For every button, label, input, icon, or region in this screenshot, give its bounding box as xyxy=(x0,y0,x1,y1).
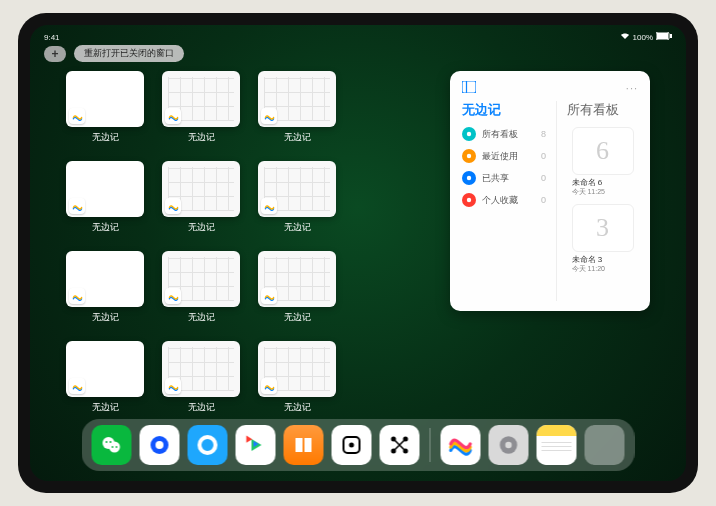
app-window-card[interactable]: 无边记 xyxy=(66,71,144,149)
freeform-app-icon xyxy=(69,198,85,214)
dock-tencent-video-icon[interactable] xyxy=(140,425,180,465)
dock-wechat-icon[interactable] xyxy=(92,425,132,465)
app-label: 无边记 xyxy=(92,311,119,324)
more-icon[interactable]: ··· xyxy=(626,82,638,94)
app-thumbnail xyxy=(66,251,144,307)
dock-dice-icon[interactable] xyxy=(332,425,372,465)
category-row[interactable]: 最近使用0 xyxy=(462,149,546,163)
app-thumbnail xyxy=(66,71,144,127)
freeform-app-icon xyxy=(69,108,85,124)
battery-icon xyxy=(656,32,672,42)
category-icon xyxy=(462,171,476,185)
board-thumbnail: 6 xyxy=(572,127,634,175)
dock-settings-icon[interactable] xyxy=(489,425,529,465)
panel-sidebar: 无边记 所有看板8最近使用0已共享0个人收藏0 xyxy=(462,101,546,301)
dock-aiqiyi-icon[interactable] xyxy=(236,425,276,465)
svg-point-8 xyxy=(467,198,471,202)
app-window-card[interactable]: 无边记 xyxy=(66,251,144,329)
app-thumbnail xyxy=(258,161,336,217)
app-window-card[interactable]: 无边记 xyxy=(258,341,336,419)
category-label: 已共享 xyxy=(482,172,509,185)
category-row[interactable]: 所有看板8 xyxy=(462,127,546,141)
dock-separator xyxy=(430,428,431,462)
dock-qq-browser-icon[interactable] xyxy=(188,425,228,465)
app-label: 无边记 xyxy=(188,131,215,144)
freeform-app-icon xyxy=(261,108,277,124)
app-label: 无边记 xyxy=(284,131,311,144)
app-window-card[interactable]: 无边记 xyxy=(258,251,336,329)
board-thumbnail: 3 xyxy=(572,204,634,252)
category-count: 0 xyxy=(541,195,546,205)
app-window-card[interactable]: 无边记 xyxy=(66,161,144,239)
category-row[interactable]: 已共享0 xyxy=(462,171,546,185)
app-label: 无边记 xyxy=(188,311,215,324)
app-label: 无边记 xyxy=(284,401,311,414)
app-window-card[interactable]: 无边记 xyxy=(66,341,144,419)
category-count: 8 xyxy=(541,129,546,139)
dock-freeform-icon[interactable] xyxy=(441,425,481,465)
dock-nodes-icon[interactable] xyxy=(380,425,420,465)
screen: 9:41 100% + 重新打开已关闭的窗口 无边记无边记无边记无边记无边记无边… xyxy=(30,25,686,481)
board-meta: 未命名 6今天 11:25 xyxy=(572,178,634,196)
sidebar-icon[interactable] xyxy=(462,79,476,97)
dock-notes-icon[interactable] xyxy=(537,425,577,465)
app-thumbnail xyxy=(66,341,144,397)
dock-folder-icon[interactable] xyxy=(585,425,625,465)
svg-point-16 xyxy=(156,441,164,449)
svg-rect-2 xyxy=(670,34,672,38)
app-thumbnail xyxy=(162,251,240,307)
board-card[interactable]: 6未命名 6今天 11:25 xyxy=(572,127,634,196)
app-window-card[interactable]: 无边记 xyxy=(258,71,336,149)
app-label: 无边记 xyxy=(284,221,311,234)
svg-point-6 xyxy=(467,154,471,158)
app-window-card[interactable]: 无边记 xyxy=(258,161,336,239)
category-label: 最近使用 xyxy=(482,150,518,163)
app-label: 无边记 xyxy=(92,401,119,414)
app-label: 无边记 xyxy=(188,401,215,414)
status-right: 100% xyxy=(620,32,672,42)
category-count: 0 xyxy=(541,173,546,183)
svg-point-13 xyxy=(112,446,114,448)
freeform-app-icon xyxy=(261,378,277,394)
workspace: 无边记无边记无边记无边记无边记无边记无边记无边记无边记无边记无边记无边记 ···… xyxy=(66,71,650,411)
freeform-app-icon xyxy=(165,288,181,304)
app-window-card[interactable]: 无边记 xyxy=(162,71,240,149)
category-label: 所有看板 xyxy=(482,128,518,141)
board-card[interactable]: 3未命名 3今天 11:20 xyxy=(572,204,634,273)
svg-point-19 xyxy=(349,443,354,448)
app-thumbnail xyxy=(258,251,336,307)
category-icon xyxy=(462,193,476,207)
board-meta: 未命名 3今天 11:20 xyxy=(572,255,634,273)
app-label: 无边记 xyxy=(188,221,215,234)
app-window-card[interactable]: 无边记 xyxy=(162,341,240,419)
category-row[interactable]: 个人收藏0 xyxy=(462,193,546,207)
svg-point-14 xyxy=(116,446,118,448)
app-thumbnail xyxy=(162,341,240,397)
freeform-app-icon xyxy=(261,198,277,214)
svg-point-12 xyxy=(110,441,112,443)
app-switcher-grid: 无边记无边记无边记无边记无边记无边记无边记无边记无边记无边记无边记无边记 xyxy=(66,71,432,411)
dock-books-icon[interactable] xyxy=(284,425,324,465)
app-window-card[interactable]: 无边记 xyxy=(162,161,240,239)
status-bar: 9:41 100% xyxy=(30,29,686,45)
freeform-app-icon xyxy=(261,288,277,304)
svg-rect-1 xyxy=(657,33,668,39)
app-label: 无边记 xyxy=(284,311,311,324)
category-icon xyxy=(462,127,476,141)
app-window-card[interactable]: 无边记 xyxy=(162,251,240,329)
panel-title-right: 所有看板 xyxy=(567,101,638,119)
ipad-frame: 9:41 100% + 重新打开已关闭的窗口 无边记无边记无边记无边记无边记无边… xyxy=(18,13,698,493)
svg-point-7 xyxy=(467,176,471,180)
svg-point-17 xyxy=(200,437,216,453)
reopen-closed-window-button[interactable]: 重新打开已关闭的窗口 xyxy=(74,45,184,62)
freeform-panel[interactable]: ··· 无边记 所有看板8最近使用0已共享0个人收藏0 所有看板 6未命名 6今… xyxy=(450,71,650,311)
dock xyxy=(82,419,635,471)
category-label: 个人收藏 xyxy=(482,194,518,207)
svg-point-5 xyxy=(467,132,471,136)
category-icon xyxy=(462,149,476,163)
wifi-icon xyxy=(620,32,630,42)
svg-rect-3 xyxy=(462,81,476,93)
top-bar: + 重新打开已关闭的窗口 xyxy=(44,45,184,62)
new-window-button[interactable]: + xyxy=(44,46,66,62)
svg-point-10 xyxy=(109,442,120,453)
